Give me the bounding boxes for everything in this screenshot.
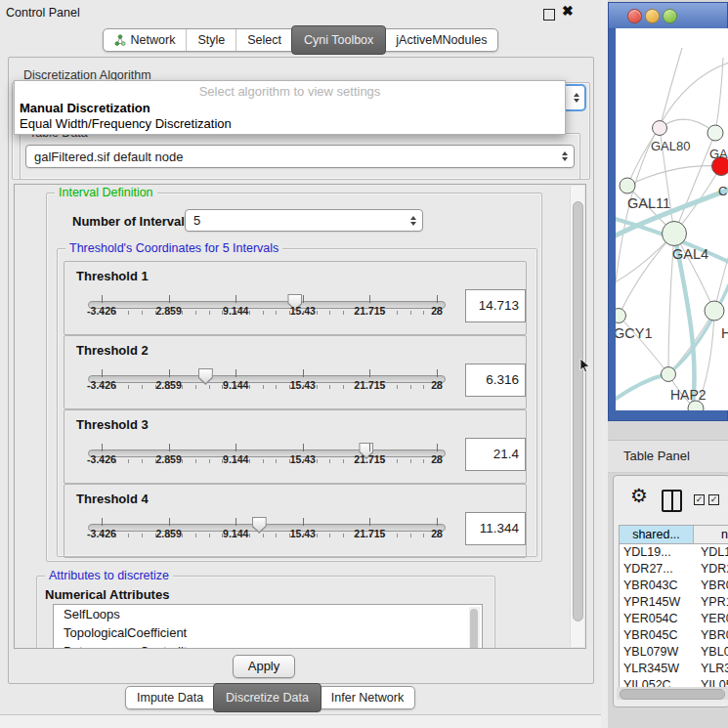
close-traffic-light-icon[interactable]: [627, 9, 642, 23]
threshold-value-field[interactable]: 14.713: [465, 289, 526, 322]
slider-track[interactable]: [88, 301, 446, 309]
cell-name[interactable]: YLR34: [697, 661, 728, 677]
column-header-name[interactable]: name: [694, 526, 728, 543]
table-row[interactable]: YDL19...YDL19: [620, 544, 728, 561]
tab-label: Network: [131, 29, 176, 51]
gear-icon[interactable]: ⚙: [630, 486, 648, 505]
major-tick: [102, 444, 103, 451]
cell-shared-name[interactable]: YBR045C: [620, 627, 697, 644]
tab-impute-data[interactable]: Impute Data: [126, 687, 214, 708]
network-canvas[interactable]: GAL80 GA C GAL11 GAL4 GCY1 H HAP2: [616, 28, 728, 410]
cell-name[interactable]: YER05: [697, 611, 728, 627]
cell-name[interactable]: YBL07: [697, 644, 728, 661]
settings-vertical-scrollbar[interactable]: [570, 186, 584, 647]
network-node[interactable]: [705, 301, 724, 321]
tab-label: Style: [197, 29, 225, 51]
threshold-slider[interactable]: -3.4262.8599.14415.4321.71528: [64, 444, 465, 481]
cell-shared-name[interactable]: YBL079W: [620, 644, 697, 661]
column-header-shared-name[interactable]: shared...: [620, 526, 694, 543]
network-node-gal4[interactable]: [663, 222, 687, 246]
threshold-slider[interactable]: -3.4262.8599.14415.4321.71528: [64, 295, 465, 332]
num-intervals-label: Number of Intervals: [72, 214, 192, 229]
major-tick: [303, 295, 304, 303]
threshold-value-field[interactable]: 6.316: [465, 364, 526, 397]
tab-network[interactable]: Network: [104, 29, 187, 51]
threshold-slider[interactable]: -3.4262.8599.14415.4321.71528: [64, 369, 465, 407]
slider-ticks: [102, 385, 438, 394]
scrollbar-thumb[interactable]: [620, 689, 725, 700]
cell-shared-name[interactable]: YIL052C: [620, 677, 697, 687]
tab-select[interactable]: Select: [236, 29, 292, 51]
major-tick: [303, 518, 304, 526]
major-tick: [437, 518, 438, 526]
threshold-slider[interactable]: -3.4262.8599.14415.4321.71528: [64, 518, 465, 555]
tab-jactivemnodules[interactable]: jActiveMNodules: [385, 29, 497, 51]
attribute-item[interactable]: TopologicalCoefficient: [54, 623, 482, 642]
menu-item-equal-width-frequency[interactable]: Equal Width/Frequency Discretization: [20, 116, 232, 131]
table-row[interactable]: YDR27...YDR27: [620, 561, 728, 578]
major-tick: [303, 444, 304, 451]
major-tick: [236, 369, 236, 377]
numerical-attributes-list[interactable]: SelfLoopsTopologicalCoefficientBetweenne…: [53, 604, 483, 649]
cell-shared-name[interactable]: YER054C: [620, 611, 697, 627]
zoom-traffic-light-icon[interactable]: [663, 9, 677, 23]
minimize-traffic-light-icon[interactable]: [645, 9, 660, 23]
checkbox-icon[interactable]: ✓: [694, 494, 705, 505]
cell-name[interactable]: YBR04: [697, 627, 728, 644]
attribute-item[interactable]: BetweennessCentrality: [54, 642, 482, 649]
network-node-gcy1[interactable]: [616, 309, 626, 323]
cell-shared-name[interactable]: YLR345W: [620, 661, 697, 677]
cell-name[interactable]: YBR04: [697, 578, 728, 594]
network-node-hap2[interactable]: [662, 367, 676, 382]
tab-cyni-toolbox[interactable]: Cyni Toolbox: [291, 25, 386, 55]
float-window-icon[interactable]: [543, 9, 555, 21]
tick-label: 9.144: [223, 453, 248, 465]
network-node[interactable]: [653, 121, 667, 136]
major-tick: [236, 295, 236, 303]
threshold-value-field[interactable]: 11.344: [465, 512, 526, 545]
table-row[interactable]: YBL079WYBL07: [620, 644, 728, 661]
tab-discretize-data[interactable]: Discretize Data: [213, 683, 321, 712]
scrollbar-thumb[interactable]: [470, 609, 478, 649]
menu-item-manual-discretization[interactable]: Manual Discretization: [20, 101, 150, 115]
table-row[interactable]: YBR043CYBR04: [620, 578, 728, 594]
table-row[interactable]: YLR345WYLR34: [620, 661, 728, 677]
slider-track[interactable]: [88, 375, 446, 383]
cell-name[interactable]: YPR14: [697, 594, 728, 611]
cell-shared-name[interactable]: YDL19...: [620, 544, 697, 561]
columns-icon[interactable]: [662, 490, 682, 512]
tick-label: 9.144: [223, 305, 248, 317]
table-row[interactable]: YPR145WYPR14: [620, 594, 728, 611]
cell-name[interactable]: YIL05: [697, 677, 728, 687]
table-row[interactable]: YBR045CYBR04: [620, 627, 728, 644]
threshold-value-field[interactable]: 21.4: [465, 438, 526, 471]
close-icon[interactable]: ✖: [562, 3, 574, 19]
num-intervals-combo[interactable]: 5: [185, 209, 423, 232]
tick-label: 21.715: [354, 528, 385, 539]
network-window-titlebar[interactable]: [609, 3, 727, 29]
network-node-gal11[interactable]: [620, 178, 635, 193]
tab-infer-network[interactable]: Infer Network: [321, 687, 414, 708]
apply-button[interactable]: Apply: [233, 655, 295, 678]
table-row[interactable]: YER054CYER05: [620, 611, 728, 627]
scrollbar-thumb[interactable]: [573, 201, 583, 621]
table-body[interactable]: YDL19...YDL19YDR27...YDR27YBR043CYBR04YP…: [619, 544, 728, 687]
table-data-combo[interactable]: galFiltered.sif default node: [25, 145, 575, 168]
table-row[interactable]: YIL052CYIL05: [620, 677, 728, 687]
threshold-row: Threshold 4 -3.4262.8599.14415.4321.7152…: [64, 484, 527, 558]
tick-label: -3.426: [87, 379, 116, 391]
slider-track[interactable]: [88, 450, 446, 457]
cell-shared-name[interactable]: YDR27...: [620, 561, 697, 578]
attribute-item[interactable]: SelfLoops: [54, 605, 482, 623]
checkbox-icon[interactable]: ✓: [708, 494, 719, 505]
attributes-list-scrollbar[interactable]: [469, 607, 480, 649]
cell-shared-name[interactable]: YBR043C: [620, 578, 697, 594]
cell-name[interactable]: YDR27: [697, 561, 728, 578]
network-node[interactable]: [707, 125, 723, 141]
tab-style[interactable]: Style: [186, 29, 236, 51]
cell-shared-name[interactable]: YPR145W: [620, 594, 697, 611]
table-horizontal-scrollbar[interactable]: [617, 687, 728, 700]
threshold-label: Threshold 3: [76, 417, 149, 432]
cell-name[interactable]: YDL19: [697, 544, 728, 561]
slider-track[interactable]: [88, 524, 446, 532]
